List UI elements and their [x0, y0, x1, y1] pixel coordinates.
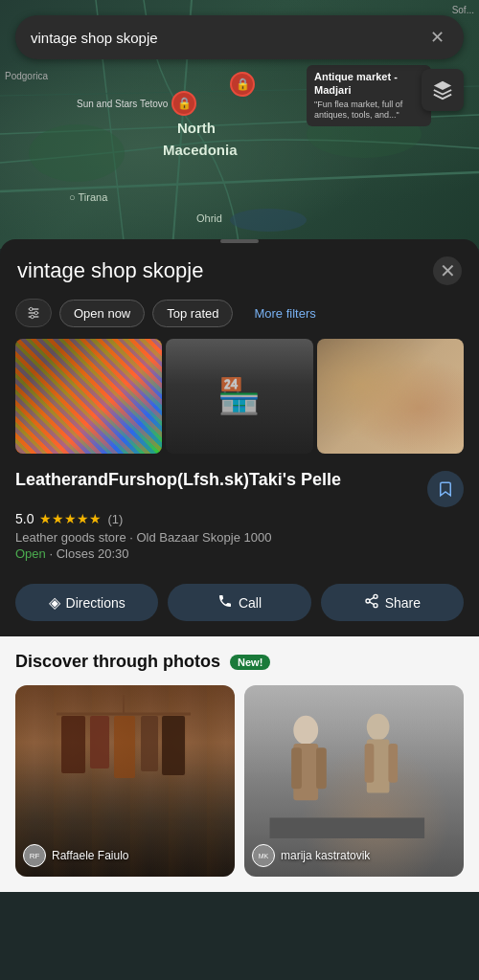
filter-icon-button[interactable] — [15, 299, 52, 327]
marker-antique-icon: 🔒 — [230, 72, 255, 97]
rating-count: (1) — [107, 512, 123, 526]
svg-line-18 — [369, 597, 374, 600]
marker-tetovo-label: Sun and Stars Tetovo — [77, 99, 168, 109]
user-name-2: marija kastratovik — [281, 849, 370, 862]
bookmark-button[interactable] — [427, 471, 464, 507]
svg-point-11 — [30, 307, 33, 310]
svg-point-30 — [367, 714, 390, 741]
svg-rect-29 — [316, 747, 327, 789]
bookmark-icon — [437, 480, 454, 498]
filter-sliders-icon — [26, 305, 41, 321]
share-button[interactable]: Share — [321, 584, 464, 621]
panel-close-button[interactable]: ✕ — [433, 256, 462, 285]
share-icon-svg — [364, 593, 379, 609]
user-tag-1: RF Raffaele Faiulo — [23, 844, 129, 867]
store-close-time: · Closes 20:30 — [49, 546, 128, 561]
mannequins-svg — [254, 704, 441, 838]
filter-more-filters-button[interactable]: More filters — [240, 301, 329, 326]
antique-bubble-title: Antique market - Madjari — [314, 70, 423, 98]
marker-tetovo-icon: 🔒 — [171, 91, 196, 116]
directions-label: Directions — [66, 595, 125, 611]
share-label: Share — [385, 595, 421, 611]
marker-antique[interactable]: 🔒 — [230, 72, 255, 97]
user-avatar-1: RF — [23, 844, 46, 867]
svg-rect-33 — [388, 744, 398, 783]
svg-line-17 — [369, 602, 374, 605]
store-photo-1[interactable] — [15, 339, 162, 454]
panel-header: vintage shop skopje ✕ — [0, 243, 479, 295]
store-info: LeatherandFurshop(Lfsh.sk)Taki's Pelle 5… — [0, 465, 479, 574]
svg-rect-24 — [141, 716, 158, 771]
store-name: LeatherandFurshop(Lfsh.sk)Taki's Pelle — [15, 469, 420, 491]
rating-row: 5.0 ★★★★★ (1) — [15, 511, 464, 526]
filter-row: Open now Top rated More filters — [0, 295, 479, 339]
call-button[interactable]: Call — [168, 584, 310, 621]
discover-section: Discover through photos New! RF Raffaele… — [0, 636, 479, 892]
bottom-panel: vintage shop skopje ✕ Open now Top rated… — [0, 239, 479, 636]
svg-point-14 — [374, 594, 377, 598]
svg-rect-32 — [365, 744, 375, 783]
antique-info-bubble[interactable]: Antique market - Madjari "Fun flea marke… — [307, 65, 431, 126]
map-layers-button[interactable] — [422, 69, 464, 111]
discover-header: Discover through photos New! — [15, 652, 464, 672]
map-section[interactable]: North Macedonia ○ Tirana Ohrid Podgorica… — [0, 0, 479, 249]
user-name-1: Raffaele Faiulo — [52, 849, 129, 862]
svg-point-13 — [31, 315, 34, 318]
search-bar[interactable]: vintage shop skopje ✕ — [15, 15, 464, 59]
call-icon — [217, 593, 233, 612]
search-input[interactable]: vintage shop skopje — [31, 30, 426, 46]
discover-title: Discover through photos — [15, 652, 220, 672]
svg-point-12 — [34, 311, 37, 314]
new-badge: New! — [230, 655, 270, 670]
marker-tetovo[interactable]: Sun and Stars Tetovo 🔒 — [77, 91, 196, 116]
store-category: Leather goods store · Old Bazaar Skopje … — [15, 530, 464, 545]
user-avatar-2: MK — [252, 844, 275, 867]
layers-icon — [432, 79, 453, 100]
user-tag-2: MK marija kastratovik — [252, 844, 370, 867]
photo-strip — [0, 339, 479, 465]
svg-rect-21 — [61, 716, 85, 773]
antique-bubble-desc: "Fun flea market, full of antiques, tool… — [314, 100, 423, 122]
svg-point-5 — [230, 209, 307, 232]
discover-photos: RF Raffaele Faiulo — [15, 685, 464, 877]
rating-score: 5.0 — [15, 511, 34, 526]
call-label: Call — [239, 595, 262, 611]
svg-rect-25 — [162, 716, 185, 775]
directions-button[interactable]: ◈ Directions — [15, 584, 158, 621]
rating-stars: ★★★★★ — [39, 511, 102, 526]
svg-point-16 — [374, 604, 377, 608]
store-status: Open · Closes 20:30 — [15, 546, 464, 561]
action-row: ◈ Directions Call Share — [0, 574, 479, 636]
share-icon — [364, 593, 379, 612]
directions-icon: ◈ — [49, 593, 60, 612]
svg-rect-34 — [270, 817, 425, 838]
store-photo-3[interactable] — [317, 339, 464, 454]
svg-point-26 — [293, 716, 318, 745]
svg-rect-22 — [90, 716, 109, 768]
svg-point-15 — [366, 599, 370, 603]
svg-rect-28 — [291, 747, 302, 789]
phone-icon — [217, 593, 233, 609]
filter-top-rated-button[interactable]: Top rated — [152, 300, 233, 327]
store-open-label: Open — [15, 546, 46, 561]
panel-title: vintage shop skopje — [17, 258, 203, 283]
svg-point-6 — [29, 124, 125, 182]
discover-photo-1[interactable]: RF Raffaele Faiulo — [15, 685, 235, 877]
store-photo-2[interactable] — [166, 339, 312, 454]
discover-photo-2[interactable]: MK marija kastratovik — [244, 685, 464, 877]
clothing-rack-svg — [25, 695, 222, 810]
filter-open-now-button[interactable]: Open now — [59, 300, 145, 327]
svg-rect-23 — [114, 716, 135, 778]
search-close-icon[interactable]: ✕ — [426, 23, 448, 52]
